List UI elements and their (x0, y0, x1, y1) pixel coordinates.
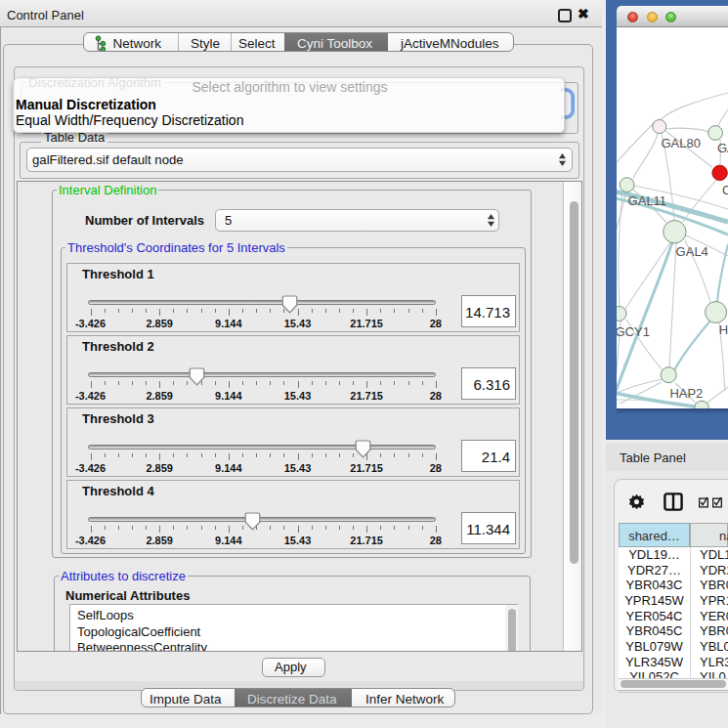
svg-text:GA: GA (717, 141, 728, 155)
svg-text:H: H (719, 322, 728, 337)
svg-text:HAP2: HAP2 (669, 386, 703, 401)
svg-text:GAL80: GAL80 (661, 136, 700, 150)
svg-text:GAL11: GAL11 (628, 193, 667, 208)
svg-text:GCY1: GCY1 (617, 324, 650, 339)
svg-text:C: C (722, 183, 728, 197)
svg-text:GAL4: GAL4 (676, 244, 708, 259)
